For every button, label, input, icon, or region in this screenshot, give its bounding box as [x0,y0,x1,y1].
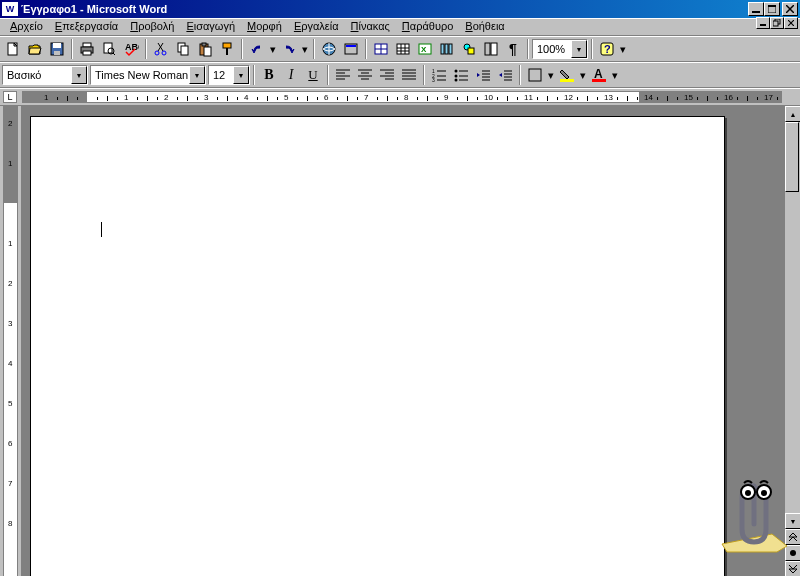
menu-insert[interactable]: Εισαγωγή [180,19,241,35]
menu-window[interactable]: Παράθυρο [396,19,459,35]
scroll-up-button[interactable]: ▲ [785,106,800,122]
decrease-indent-button[interactable] [472,64,494,86]
doc-restore-button[interactable] [770,17,784,29]
scroll-down-button[interactable]: ▼ [785,513,800,529]
select-browse-button[interactable] [785,545,800,561]
columns-button[interactable] [436,38,458,60]
redo-button[interactable] [278,38,300,60]
numbering-button[interactable]: 123 [428,64,450,86]
svg-rect-34 [346,45,356,47]
tables-borders-button[interactable] [370,38,392,60]
align-right-button[interactable] [376,64,398,86]
doc-map-button[interactable] [480,38,502,60]
print-button[interactable] [76,38,98,60]
borders-button[interactable] [524,64,546,86]
drawing-button[interactable] [458,38,480,60]
bold-button[interactable]: B [258,64,280,86]
italic-button[interactable]: I [280,64,302,86]
align-left-button[interactable] [332,64,354,86]
paste-button[interactable] [194,38,216,60]
svg-rect-14 [83,43,91,47]
hyperlink-button[interactable] [318,38,340,60]
horizontal-ruler[interactable]: L 11234567891011121314151617 [0,88,800,106]
svg-rect-46 [445,44,448,54]
svg-point-23 [155,51,159,55]
format-painter-button[interactable] [216,38,238,60]
vertical-scrollbar[interactable]: ▲ ▼ [784,106,800,576]
svg-rect-45 [441,44,444,54]
increase-indent-button[interactable] [494,64,516,86]
text-cursor [101,222,102,237]
svg-rect-30 [223,43,231,48]
new-button[interactable] [2,38,24,60]
menu-format[interactable]: Μορφή [241,19,288,35]
svg-point-95 [790,550,796,556]
save-button[interactable] [46,38,68,60]
svg-text:X: X [421,45,427,54]
align-justify-button[interactable] [398,64,420,86]
vertical-ruler[interactable]: 2112345678 [0,106,22,576]
highlight-dropdown[interactable]: ▾ [578,64,588,86]
excel-button[interactable]: X [414,38,436,60]
next-page-button[interactable] [785,561,800,576]
chevron-down-icon[interactable]: ▼ [189,66,205,84]
svg-text:A: A [594,67,603,81]
page-viewport[interactable] [22,106,784,576]
fontsize-combo[interactable]: 12 ▼ [208,65,250,85]
borders-dropdown[interactable]: ▾ [546,64,556,86]
svg-line-19 [113,53,115,55]
web-toolbar-button[interactable] [340,38,362,60]
svg-rect-29 [204,47,211,56]
copy-button[interactable] [172,38,194,60]
highlight-button[interactable] [556,64,578,86]
undo-button[interactable] [246,38,268,60]
show-hide-button[interactable]: ¶ [502,38,524,60]
svg-rect-0 [752,11,760,13]
font-combo[interactable]: Times New Roman ▼ [90,65,206,85]
doc-close-button[interactable] [784,17,798,29]
bullets-button[interactable] [450,64,472,86]
open-button[interactable] [24,38,46,60]
svg-rect-16 [83,51,91,55]
font-color-button[interactable]: A [588,64,610,86]
menu-view[interactable]: Προβολή [124,19,180,35]
print-preview-button[interactable] [98,38,120,60]
menu-file[interactable]: Αρχείο [4,19,49,35]
undo-dropdown[interactable]: ▾ [268,38,278,60]
previous-page-button[interactable] [785,529,800,545]
help-dropdown[interactable]: ▾ [618,38,628,60]
menu-tools[interactable]: Εργαλεία [288,19,345,35]
svg-text:3: 3 [432,77,435,82]
svg-rect-94 [592,79,606,82]
menu-table[interactable]: Πίνακας [345,19,396,35]
formatting-toolbar: Βασικό ▼ Times New Roman ▼ 12 ▼ B I U 12… [0,62,800,88]
maximize-button[interactable] [764,2,780,16]
style-combo[interactable]: Βασικό ▼ [2,65,88,85]
help-button[interactable]: ? [596,38,618,60]
chevron-down-icon[interactable]: ▼ [233,66,249,84]
svg-text:¶: ¶ [509,41,517,57]
menu-edit[interactable]: Επεξεργασία [49,19,124,35]
menu-help[interactable]: Βοήθεια [459,19,510,35]
close-button[interactable] [782,2,798,16]
svg-rect-50 [485,43,490,55]
svg-rect-38 [397,44,409,54]
insert-table-button[interactable] [392,38,414,60]
svg-point-79 [455,75,458,78]
svg-text:?: ? [604,43,611,55]
chevron-down-icon[interactable]: ▼ [71,66,87,84]
align-center-button[interactable] [354,64,376,86]
zoom-combo[interactable]: 100% ▼ [532,39,588,59]
font-color-dropdown[interactable]: ▾ [610,64,620,86]
document-page[interactable] [30,116,725,576]
scroll-thumb[interactable] [785,122,799,192]
redo-dropdown[interactable]: ▾ [300,38,310,60]
chevron-down-icon[interactable]: ▼ [571,40,587,58]
underline-button[interactable]: U [302,64,324,86]
minimize-button[interactable] [748,2,764,16]
svg-rect-13 [54,51,60,55]
spellcheck-button[interactable]: ABC [120,38,142,60]
doc-minimize-button[interactable] [756,17,770,29]
svg-rect-49 [468,48,474,54]
cut-button[interactable] [150,38,172,60]
